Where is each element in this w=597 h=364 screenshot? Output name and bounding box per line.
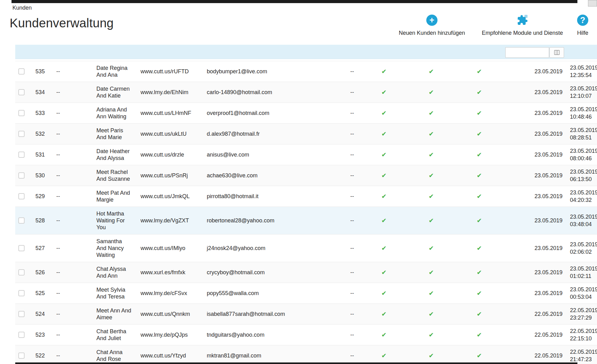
row-checkbox[interactable] <box>18 217 25 224</box>
last-datetime: 22.05.2019 21:47:23 <box>562 348 597 363</box>
check-icon: ✔ <box>361 193 407 200</box>
row-checkbox[interactable] <box>18 68 25 75</box>
scrollbar-corner[interactable] <box>588 0 597 7</box>
table-row: 533 -- Adriana And Ann Waiting www.cutt.… <box>15 103 597 124</box>
creation-date: 23.05.2019 <box>503 131 562 137</box>
row-checkbox[interactable] <box>18 290 25 296</box>
check-icon: ✔ <box>361 68 407 75</box>
page-title: Kundenverwaltung <box>10 16 114 30</box>
table-row: 523 -- Chat Bertha And Juliet www.lmy.de… <box>15 325 597 345</box>
check-icon: ✔ <box>407 217 455 224</box>
customer-name[interactable]: Meet Rachel And Suzanne <box>93 165 141 186</box>
row-checkbox[interactable] <box>18 245 25 251</box>
last-date: 23.05.2019 <box>570 265 597 272</box>
breadcrumb[interactable]: Kunden <box>12 5 32 11</box>
dash-column-2: -- <box>344 311 361 317</box>
dash-column-1: -- <box>51 89 93 96</box>
customer-name[interactable]: Date Heather And Alyssa <box>93 144 141 165</box>
last-date: 23.05.2019 <box>570 241 597 248</box>
last-time: 08:00:46 <box>570 155 597 162</box>
last-time: 08:28:51 <box>570 134 597 141</box>
customer-email: crycyboy@hotmail.com <box>207 269 344 276</box>
row-checkbox-cell <box>15 89 32 95</box>
column-settings-button[interactable] <box>549 47 564 58</box>
last-datetime: 23.05.2019 04:20:32 <box>562 189 597 204</box>
row-checkbox[interactable] <box>18 152 25 158</box>
check-icon: ✔ <box>407 331 455 339</box>
creation-date: 22.05.2019 <box>503 311 562 317</box>
customer-name[interactable]: Meet Sylvia And Teresa <box>93 283 141 303</box>
bottom-dark-bar <box>15 362 577 364</box>
check-icon: ✔ <box>455 89 503 96</box>
customer-domain: www.cutt.us/LHmNF <box>141 110 207 116</box>
row-checkbox-cell <box>15 68 32 75</box>
customer-name[interactable]: Date Regina And Ana <box>93 61 141 82</box>
customer-email: d.alex987@hotmail.fr <box>207 131 344 137</box>
check-icon: ✔ <box>361 244 407 252</box>
creation-date: 23.05.2019 <box>503 172 562 179</box>
check-icon: ✔ <box>455 310 503 318</box>
customer-domain: www.cutt.us/IMlyo <box>141 245 207 252</box>
customer-domain: www.cutt.us/Qnnkm <box>141 311 207 317</box>
customer-domain: www.xurl.es/fmfxk <box>141 269 207 276</box>
last-datetime: 23.05.2019 08:00:46 <box>562 147 597 162</box>
customer-id: 535 <box>32 68 51 75</box>
dash-column-1: -- <box>51 332 93 338</box>
customer-id: 529 <box>32 193 51 200</box>
creation-date: 23.05.2019 <box>503 217 562 224</box>
table-row: 527 -- Samantha And Nancy Waiting www.cu… <box>15 234 597 262</box>
last-datetime: 23.05.2019 12:35:54 <box>562 64 597 79</box>
customer-id: 533 <box>32 110 51 116</box>
last-date: 23.05.2019 <box>570 147 597 155</box>
row-checkbox[interactable] <box>18 332 25 338</box>
check-icon: ✔ <box>361 352 407 359</box>
check-icon: ✔ <box>407 130 455 138</box>
last-datetime: 22.05.2019 23:27:29 <box>562 307 597 321</box>
customer-email: mktran81@gmail.com <box>207 353 344 359</box>
customer-id: 530 <box>32 172 51 179</box>
customer-name[interactable]: Adriana And Ann Waiting <box>93 103 141 123</box>
customer-name[interactable]: Samantha And Nancy Waiting <box>93 234 141 262</box>
dash-column-1: -- <box>51 110 93 116</box>
row-checkbox[interactable] <box>18 311 25 317</box>
row-checkbox[interactable] <box>18 110 25 116</box>
customer-name[interactable]: Chat Anna And Rose <box>93 345 141 364</box>
row-checkbox[interactable] <box>18 193 25 199</box>
last-time: 21:47:23 <box>570 356 597 363</box>
dash-column-2: -- <box>344 353 361 359</box>
customer-email: popy555@walla.com <box>207 290 344 297</box>
customer-name[interactable]: Meet Ann And Aimee <box>93 304 141 324</box>
row-checkbox[interactable] <box>18 89 25 95</box>
row-checkbox[interactable] <box>18 353 25 359</box>
row-checkbox[interactable] <box>18 269 25 275</box>
customer-domain: www.cutt.us/Yfzyd <box>141 353 207 359</box>
customer-name[interactable]: Chat Alyssa And Ann <box>93 262 141 283</box>
customer-name[interactable]: Meet Paris And Marie <box>93 124 141 144</box>
customer-email: achae630@live.com <box>207 172 344 179</box>
last-time: 04:20:32 <box>570 196 597 204</box>
customer-name[interactable]: Date Carmen And Katie <box>93 82 141 102</box>
recommended-modules-label: Empfohlene Module und Dienste <box>482 30 563 36</box>
row-checkbox[interactable] <box>18 172 25 179</box>
last-time: 02:06:02 <box>570 248 597 256</box>
table-row: 522 -- Chat Anna And Rose www.cutt.us/Yf… <box>15 345 597 364</box>
customer-name[interactable]: Hot Martha Waiting For You <box>93 207 141 234</box>
creation-date: 23.05.2019 <box>503 290 562 297</box>
last-datetime: 23.05.2019 01:02:11 <box>562 265 597 280</box>
help-button[interactable]: ? Hilfe <box>564 15 597 36</box>
add-customer-button[interactable]: + Neuen Kunden hinzufügen <box>385 15 479 36</box>
customer-name[interactable]: Meet Pat And Margie <box>93 186 141 207</box>
customer-email: tndguitars@yahoo.com <box>207 332 344 338</box>
creation-date: 22.05.2019 <box>503 332 562 338</box>
row-checkbox-cell <box>15 245 32 251</box>
check-icon: ✔ <box>361 89 407 96</box>
last-date: 23.05.2019 <box>570 85 597 92</box>
row-checkbox[interactable] <box>18 131 25 137</box>
customer-id: 532 <box>32 131 51 137</box>
last-datetime: 23.05.2019 10:48:46 <box>562 106 597 121</box>
customer-name[interactable]: Chat Bertha And Juliet <box>93 325 141 345</box>
recommended-modules-button[interactable]: Empfohlene Module und Dienste <box>471 15 574 36</box>
filter-input[interactable] <box>505 47 549 58</box>
last-datetime: 22.05.2019 22:15:10 <box>562 327 597 342</box>
dash-column-2: -- <box>344 290 361 297</box>
